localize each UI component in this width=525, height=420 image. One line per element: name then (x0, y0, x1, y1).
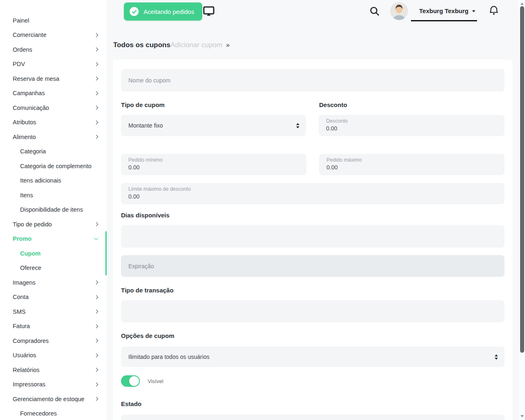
coupon-options-selected-value: Ilimitado para todos os usuários (128, 354, 210, 360)
accepting-orders-button[interactable]: Aceitando pedidos (124, 2, 202, 21)
scrollbar-down-arrow-icon[interactable] (520, 415, 524, 418)
coupon-type-selected-value: Montante fixo (128, 122, 163, 129)
sidebar-item-itens[interactable]: Itens (0, 188, 107, 203)
sidebar-item-label: Tipo de pedido (13, 221, 52, 228)
breadcrumb-add-coupon-link[interactable]: Adicionar cupom (170, 41, 222, 49)
max-discount-field: Limite máximo de desconto (121, 183, 504, 204)
sidebar-item-conta[interactable]: Conta (0, 290, 107, 305)
sidebar-item-label: Fornecedores (20, 410, 57, 417)
coupon-type-label: Tipo de cupom (121, 101, 306, 108)
sidebar-item-fatura[interactable]: Fatura (0, 319, 107, 334)
user-menu[interactable]: Texburg Texburg (415, 0, 479, 21)
sidebar-item-label: Oferece (20, 265, 41, 271)
sidebar-item-label: Atributos (13, 119, 36, 126)
chevron-right-icon (94, 77, 98, 81)
sidebar-item-alimento[interactable]: Alimento (0, 130, 107, 144)
sidebar: Painel Comerciante Ordens PDV Reserva de… (0, 0, 107, 420)
page-scrollbar[interactable] (519, 0, 525, 420)
sidebar-item-label: Fatura (13, 323, 30, 329)
sidebar-item-label: Itens (20, 192, 33, 199)
min-order-label: Pedido mínimo (128, 157, 299, 163)
breadcrumb: Todos os cuponsAdicionar cupom » (113, 41, 230, 49)
sidebar-item-comunicacao[interactable]: Comunicação (0, 100, 107, 115)
search-icon[interactable] (369, 6, 380, 18)
sidebar-item-compradores[interactable]: Compradores (0, 333, 107, 348)
sidebar-item-label: Usuários (13, 352, 36, 358)
sidebar-item-label: Cupom (20, 250, 41, 257)
sidebar-item-campanhas[interactable]: Campanhas (0, 86, 107, 101)
sidebar-item-imagens[interactable]: Imagens (0, 275, 107, 290)
sidebar-item-label: Disponibilidade de itens (20, 206, 83, 213)
available-days-label: Dias disponíveis (121, 212, 504, 219)
bell-icon[interactable] (488, 5, 500, 17)
coupon-options-select[interactable]: Ilimitado para todos os usuários (121, 347, 504, 367)
chevron-right-icon (94, 91, 98, 95)
sidebar-item-disponibilidade-de-itens[interactable]: Disponibilidade de itens (0, 203, 107, 217)
sidebar-item-label: SMS (13, 308, 25, 315)
sidebar-item-relatorios[interactable]: Relatórios (0, 363, 107, 377)
sidebar-item-label: PDV (13, 61, 25, 67)
chevron-right-icon (94, 48, 98, 52)
user-menu-underline (411, 20, 477, 21)
discount-section-label: Desconto (319, 101, 504, 108)
sidebar-item-comerciante[interactable]: Comerciante (0, 28, 107, 43)
sidebar-item-label: Reserva de mesa (13, 75, 59, 82)
sidebar-item-pdv[interactable]: PDV (0, 57, 107, 72)
transaction-type-input[interactable] (121, 300, 504, 322)
sidebar-item-categoria[interactable]: Categoria (0, 144, 107, 159)
sidebar-item-label: Comunicação (13, 105, 49, 111)
select-updown-icon (296, 123, 299, 128)
chevron-right-icon (94, 382, 98, 386)
visible-toggle[interactable] (121, 375, 140, 387)
sidebar-item-atributos[interactable]: Atributos (0, 115, 107, 130)
sidebar-item-label: Promo (13, 235, 32, 242)
avatar[interactable] (390, 2, 408, 20)
sidebar-item-oferece[interactable]: Oferece (0, 261, 107, 276)
sidebar-item-gerenciamento-de-estoque[interactable]: Gerenciamento de estoque (0, 392, 107, 406)
sidebar-item-fornecedores[interactable]: Fornecedores (0, 406, 107, 420)
chevron-right-icon (94, 135, 98, 139)
breadcrumb-separator: » (226, 41, 230, 49)
sidebar-item-ordens[interactable]: Ordens (0, 42, 107, 57)
sidebar-item-label: Impressoras (13, 381, 46, 388)
check-circle-icon (130, 7, 139, 16)
sidebar-item-cupom[interactable]: Cupom (0, 246, 107, 261)
sidebar-item-label: Itens adicionais (20, 177, 61, 184)
max-order-input[interactable] (326, 164, 497, 171)
transaction-type-label: Tipo de transação (121, 287, 504, 294)
main-area: Aceitando pedidos (107, 0, 525, 420)
sidebar-item-usuarios[interactable]: Usuários (0, 348, 107, 363)
coupon-type-select[interactable]: Montante fixo (121, 115, 306, 136)
sidebar-item-impressoras[interactable]: Impressoras (0, 377, 107, 392)
sidebar-item-categoria-de-complemento[interactable]: Categoria de complemento (0, 159, 107, 173)
discount-field-label: Desconto (326, 118, 497, 124)
accepting-orders-label: Aceitando pedidos (144, 8, 194, 15)
caret-down-icon (472, 10, 475, 12)
sidebar-item-itens-adicionais[interactable]: Itens adicionais (0, 173, 107, 188)
coupon-name-input[interactable] (121, 69, 504, 91)
chevron-right-icon (94, 310, 98, 314)
sidebar-item-promo[interactable]: Promo (0, 232, 107, 247)
sidebar-item-painel[interactable]: Painel (0, 13, 107, 28)
scrollbar-up-arrow-icon[interactable] (520, 2, 524, 5)
available-days-input[interactable] (121, 225, 504, 248)
min-order-field: Pedido mínimo (121, 154, 306, 175)
sidebar-item-label: Alimento (13, 134, 36, 140)
discount-input[interactable] (326, 125, 497, 132)
expiration-input[interactable] (121, 255, 504, 277)
sidebar-item-tipo-de-pedido[interactable]: Tipo de pedido (0, 217, 107, 232)
coupon-form-card: Tipo de cupom Desconto Montante fixo Des… (113, 59, 513, 420)
state-input[interactable] (121, 415, 504, 420)
min-order-input[interactable] (128, 164, 299, 171)
max-discount-input[interactable] (128, 193, 497, 200)
max-order-label: Pedido máximo (326, 157, 497, 163)
sidebar-item-label: Categoria de complemento (20, 163, 91, 169)
topbar: Aceitando pedidos (107, 0, 525, 23)
chevron-right-icon (94, 324, 98, 328)
scrollbar-thumb[interactable] (520, 6, 524, 353)
sidebar-item-sms[interactable]: SMS (0, 304, 107, 319)
sidebar-item-label: Ordens (13, 46, 32, 53)
monitor-icon[interactable] (202, 5, 215, 19)
sidebar-item-reserva-de-mesa[interactable]: Reserva de mesa (0, 71, 107, 86)
user-name: Texburg Texburg (419, 7, 468, 14)
